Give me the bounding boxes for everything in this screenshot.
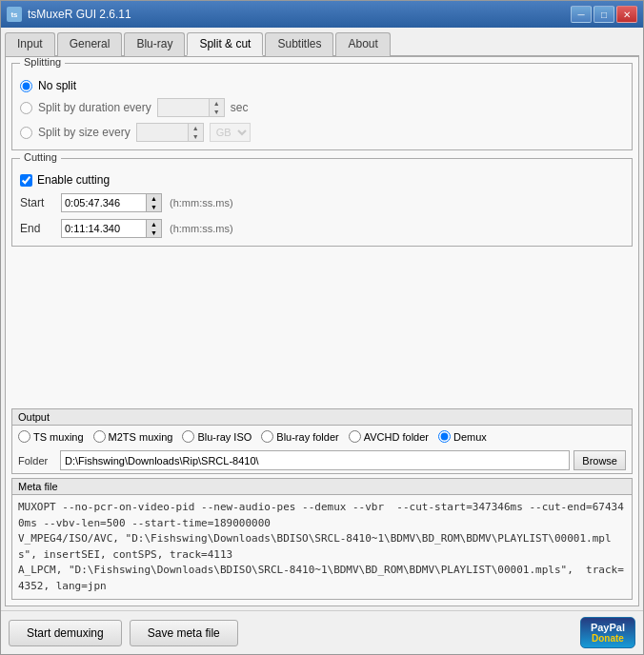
- duration-up-button[interactable]: ▲: [210, 99, 224, 108]
- start-up-button[interactable]: ▲: [147, 194, 161, 203]
- end-input[interactable]: 0:11:14.340: [61, 219, 147, 238]
- end-spin-buttons: ▲ ▼: [147, 219, 162, 238]
- split-size-row: Split by size every 1.000 ▲ ▼ GB MB: [20, 123, 624, 142]
- minimize-button[interactable]: ─: [571, 6, 592, 23]
- paypal-donate-button[interactable]: PayPal Donate: [580, 617, 635, 648]
- end-row: End 0:11:14.340 ▲ ▼ (h:mm:ss.ms): [20, 219, 624, 238]
- no-split-radio[interactable]: [20, 80, 32, 92]
- start-down-button[interactable]: ▼: [147, 203, 161, 211]
- no-split-label[interactable]: No split: [38, 79, 76, 92]
- ts-muxing-radio[interactable]: [18, 430, 30, 443]
- meta-content: MUXOPT --no-pcr-on-video-pid --new-audio…: [12, 495, 632, 599]
- size-unit-select[interactable]: GB MB: [210, 123, 251, 142]
- demux-radio[interactable]: [438, 430, 451, 443]
- bluray-iso-option[interactable]: Blu-ray ISO: [182, 430, 252, 443]
- size-spin-buttons: ▲ ▼: [189, 123, 204, 142]
- cutting-group: Cutting Enable cutting Start 0:05:47.346…: [11, 158, 633, 247]
- split-size-label[interactable]: Split by size every: [38, 126, 131, 139]
- duration-spinner: 60 ▲ ▼: [157, 98, 225, 117]
- enable-cutting-checkbox[interactable]: [20, 174, 32, 187]
- bluray-iso-label: Blu-ray ISO: [197, 431, 252, 443]
- save-meta-button[interactable]: Save meta file: [130, 620, 238, 646]
- maximize-button[interactable]: □: [594, 6, 614, 23]
- start-label: Start: [20, 196, 53, 209]
- start-demuxing-button[interactable]: Start demuxing: [9, 620, 122, 646]
- ts-muxing-option[interactable]: TS muxing: [18, 430, 84, 443]
- m2ts-muxing-label: M2TS muxing: [109, 431, 173, 443]
- m2ts-muxing-radio[interactable]: [93, 430, 106, 443]
- end-up-button[interactable]: ▲: [147, 220, 161, 228]
- avchd-folder-option[interactable]: AVCHD folder: [349, 430, 429, 443]
- split-cut-panel: Splitting No split Split by duration eve…: [5, 57, 639, 606]
- splitting-title: Splitting: [20, 57, 65, 68]
- meta-section: Meta file MUXOPT --no-pcr-on-video-pid -…: [11, 478, 633, 600]
- tab-general[interactable]: General: [57, 32, 123, 56]
- avchd-folder-radio[interactable]: [349, 430, 361, 443]
- duration-unit: sec: [231, 101, 249, 114]
- window-title: tsMuxeR GUI 2.6.11: [28, 8, 571, 21]
- output-title: Output: [12, 409, 632, 426]
- split-duration-row: Split by duration every 60 ▲ ▼ sec: [20, 98, 624, 117]
- split-duration-radio[interactable]: [20, 102, 32, 114]
- action-buttons: Start demuxing Save meta file: [9, 620, 238, 646]
- no-split-row: No split: [20, 79, 624, 92]
- tab-split-cut[interactable]: Split & cut: [187, 32, 263, 56]
- start-row: Start 0:05:47.346 ▲ ▼ (h:mm:ss.ms): [20, 193, 624, 212]
- folder-row: Folder D:\Fishswing\Downloads\Rip\SRCL-8…: [12, 447, 632, 473]
- meta-title: Meta file: [12, 479, 632, 495]
- end-spinner: 0:11:14.340 ▲ ▼: [61, 219, 162, 238]
- title-bar: ts tsMuxeR GUI 2.6.11 ─ □ ✕: [1, 1, 643, 28]
- bottom-bar: Start demuxing Save meta file PayPal Don…: [1, 610, 643, 654]
- enable-cutting-label[interactable]: Enable cutting: [37, 173, 110, 187]
- browse-button[interactable]: Browse: [574, 450, 626, 470]
- content-area: Input General Blu-ray Split & cut Subtit…: [1, 28, 643, 610]
- output-section: Output TS muxing M2TS muxing Blu-ray ISO: [11, 408, 633, 474]
- paypal-line2: Donate: [592, 633, 624, 644]
- paypal-line1: PayPal: [591, 622, 625, 633]
- ts-muxing-label: TS muxing: [33, 431, 84, 443]
- size-up-button[interactable]: ▲: [189, 124, 203, 132]
- bluray-folder-label: Blu-ray folder: [276, 431, 338, 443]
- demux-option[interactable]: Demux: [438, 430, 487, 443]
- avchd-folder-label: AVCHD folder: [364, 431, 429, 443]
- bluray-folder-radio[interactable]: [261, 430, 273, 443]
- split-duration-label[interactable]: Split by duration every: [38, 101, 151, 114]
- main-window: ts tsMuxeR GUI 2.6.11 ─ □ ✕ Input Genera…: [0, 0, 644, 655]
- folder-label: Folder: [18, 455, 56, 466]
- tab-subtitles[interactable]: Subtitles: [265, 32, 333, 56]
- bluray-folder-option[interactable]: Blu-ray folder: [261, 430, 338, 443]
- size-down-button[interactable]: ▼: [189, 132, 203, 141]
- split-size-radio[interactable]: [20, 127, 32, 139]
- tab-input[interactable]: Input: [5, 32, 55, 56]
- end-label: End: [20, 222, 53, 235]
- tab-bluray[interactable]: Blu-ray: [124, 32, 185, 56]
- close-button[interactable]: ✕: [616, 6, 637, 23]
- tab-about[interactable]: About: [335, 32, 390, 56]
- m2ts-muxing-option[interactable]: M2TS muxing: [93, 430, 173, 443]
- duration-spin-buttons: ▲ ▼: [210, 98, 225, 117]
- start-spinner: 0:05:47.346 ▲ ▼: [61, 193, 162, 212]
- start-spin-buttons: ▲ ▼: [147, 193, 162, 212]
- duration-input[interactable]: 60: [157, 98, 210, 117]
- tab-bar: Input General Blu-ray Split & cut Subtit…: [5, 31, 639, 57]
- start-input[interactable]: 0:05:47.346: [61, 193, 147, 212]
- bluray-iso-radio[interactable]: [182, 430, 194, 443]
- splitting-group: Splitting No split Split by duration eve…: [11, 63, 633, 150]
- duration-down-button[interactable]: ▼: [210, 108, 224, 116]
- cutting-title: Cutting: [20, 151, 61, 163]
- spacer: [11, 254, 633, 405]
- demux-label: Demux: [453, 431, 487, 443]
- enable-cutting-row: Enable cutting: [20, 173, 624, 187]
- start-hint: (h:mm:ss.ms): [170, 197, 233, 208]
- size-input[interactable]: 1.000: [136, 123, 189, 142]
- size-spinner: 1.000 ▲ ▼: [136, 123, 204, 142]
- output-modes: TS muxing M2TS muxing Blu-ray ISO Blu-ra…: [12, 426, 632, 447]
- end-down-button[interactable]: ▼: [147, 228, 161, 237]
- end-hint: (h:mm:ss.ms): [170, 223, 233, 234]
- folder-input[interactable]: D:\Fishswing\Downloads\Rip\SRCL-8410\: [60, 450, 570, 470]
- app-icon: ts: [7, 7, 22, 22]
- window-controls: ─ □ ✕: [571, 6, 637, 23]
